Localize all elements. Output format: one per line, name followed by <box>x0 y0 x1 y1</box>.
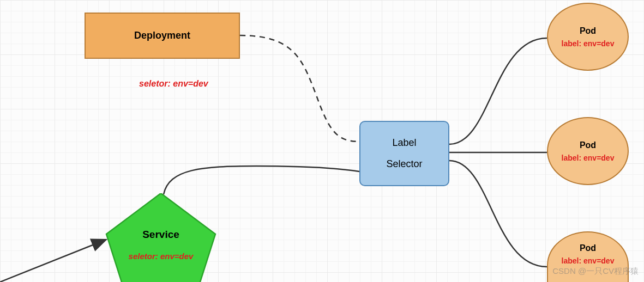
deployment-selector-caption: seletor: env=dev <box>139 79 208 89</box>
pod-label: label: env=dev <box>562 39 615 48</box>
deployment-node: Deployment <box>85 13 240 59</box>
pod-node-1: Pod label: env=dev <box>547 3 629 71</box>
pod-title: Pod <box>580 243 596 253</box>
label-selector-line2: Selector <box>386 158 422 170</box>
label-selector-node: Label Selector <box>359 121 449 186</box>
label-selector-line1: Label <box>392 137 416 149</box>
service-node: Service seletor: env=dev <box>104 193 218 282</box>
pod-title: Pod <box>580 26 596 36</box>
service-title: Service <box>104 229 218 241</box>
watermark-text: CSDN @一只CV程序猿 <box>552 266 639 277</box>
pod-label: label: env=dev <box>562 256 615 265</box>
pod-label: label: env=dev <box>562 154 615 162</box>
service-selector-caption: seletor: env=dev <box>104 252 218 261</box>
pod-node-2: Pod label: env=dev <box>547 117 629 185</box>
pod-title: Pod <box>580 140 596 150</box>
deployment-title: Deployment <box>134 30 190 41</box>
